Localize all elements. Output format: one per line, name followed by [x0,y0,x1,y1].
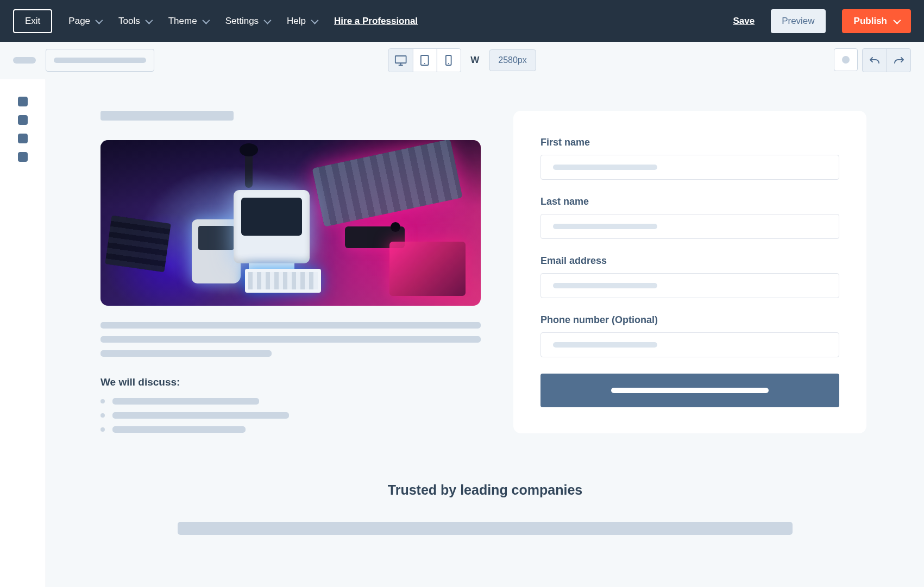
mobile-icon [445,55,452,66]
button-label-placeholder [611,388,769,393]
undo-button[interactable] [863,49,887,72]
tablet-view-button[interactable] [412,49,436,72]
hire-professional-link[interactable]: Hire a Professional [334,16,418,27]
chevron-down-icon [263,16,271,24]
logos-placeholder [178,522,793,535]
input-placeholder [553,283,657,288]
nav-label: Tools [118,16,140,27]
nav-item-page[interactable]: Page [68,16,101,27]
desktop-icon [394,55,406,66]
toolbar-handle[interactable] [13,57,36,64]
retro-keyboard-left [105,216,171,272]
bullet-icon [100,427,105,432]
sidebar-tool-4[interactable] [18,152,28,162]
left-sidebar [0,79,46,587]
save-link[interactable]: Save [733,16,755,27]
trusted-heading: Trusted by leading companies [100,482,870,498]
chevron-down-icon [145,16,153,24]
first-name-input[interactable] [540,155,839,180]
exit-button[interactable]: Exit [13,9,52,33]
nav-item-settings[interactable]: Settings [225,16,269,27]
nav-item-tools[interactable]: Tools [118,16,151,27]
game-box-art [389,242,466,296]
main-area: We will discuss: [0,79,924,587]
top-navbar: Exit Page Tools Theme Settings Help Hire… [0,0,924,42]
svg-point-2 [424,63,425,64]
text-line [100,336,481,343]
svg-point-4 [448,63,449,64]
chevron-down-icon [893,16,901,24]
trusted-section[interactable]: Trusted by leading companies [100,482,870,535]
form-label: Last name [540,196,839,207]
sidebar-tool-3[interactable] [18,134,28,143]
submit-button[interactable] [540,374,839,407]
publish-label: Publish [854,16,887,27]
page-canvas[interactable]: We will discuss: [46,79,924,587]
paragraph-placeholder[interactable] [100,322,481,357]
sidebar-tool-1[interactable] [18,97,28,106]
form-field-first-name: First name [540,137,839,180]
input-placeholder [553,342,657,348]
list-item [100,426,481,433]
nav-item-help[interactable]: Help [287,16,317,27]
desktop-view-button[interactable] [388,49,412,72]
list-item [100,398,481,405]
nav-label: Theme [168,16,197,27]
text-line [100,350,272,357]
mini-keyboard [245,269,321,293]
nav-label: Settings [225,16,259,27]
bullet-list[interactable] [100,398,481,433]
mobile-view-button[interactable] [436,49,460,72]
last-name-input[interactable] [540,214,839,239]
form-label: First name [540,137,839,148]
input-placeholder [553,224,657,229]
list-item [100,412,481,419]
preview-button[interactable]: Preview [771,9,825,33]
status-indicator[interactable] [834,48,858,71]
placeholder-text [54,58,146,63]
text-line [112,398,259,405]
email-input[interactable] [540,273,839,298]
sidebar-tool-2[interactable] [18,115,28,125]
nav-label: Page [68,16,90,27]
device-preview-group [388,48,461,72]
retro-keyboard-right [312,140,462,227]
joystick [245,150,253,188]
nav-label: Help [287,16,306,27]
bullet-icon [100,399,105,403]
publish-button[interactable]: Publish [842,9,911,33]
form-field-phone: Phone number (Optional) [540,314,839,357]
page-heading-placeholder[interactable] [100,111,234,121]
hero-image[interactable] [100,140,481,306]
status-dot-icon [842,56,850,64]
svg-rect-0 [395,56,406,63]
retro-monitor [234,190,310,263]
form-field-email: Email address [540,255,839,298]
chevron-down-icon [311,16,318,24]
nav-menu: Page Tools Theme Settings Help Hire a Pr… [68,16,418,27]
redo-icon [894,56,904,65]
width-input[interactable]: 2580px [489,49,536,71]
form-label: Phone number (Optional) [540,314,839,326]
width-label: W [470,55,479,66]
editor-toolbar: W 2580px [0,42,924,79]
text-line [112,426,246,433]
redo-button[interactable] [887,49,910,72]
form-label: Email address [540,255,839,267]
content-column: We will discuss: [100,111,481,433]
bullet-icon [100,413,105,418]
page-title-input[interactable] [46,49,154,72]
form-card[interactable]: First name Last name Email address [513,111,866,433]
chevron-down-icon [95,16,103,24]
text-line [112,412,289,419]
tablet-icon [420,55,429,66]
phone-input[interactable] [540,332,839,357]
text-line [100,322,481,329]
input-placeholder [553,165,657,170]
undo-redo-group [862,48,911,72]
chevron-down-icon [202,16,210,24]
form-field-last-name: Last name [540,196,839,239]
nav-item-theme[interactable]: Theme [168,16,208,27]
undo-icon [869,56,880,65]
discuss-heading[interactable]: We will discuss: [100,376,481,388]
